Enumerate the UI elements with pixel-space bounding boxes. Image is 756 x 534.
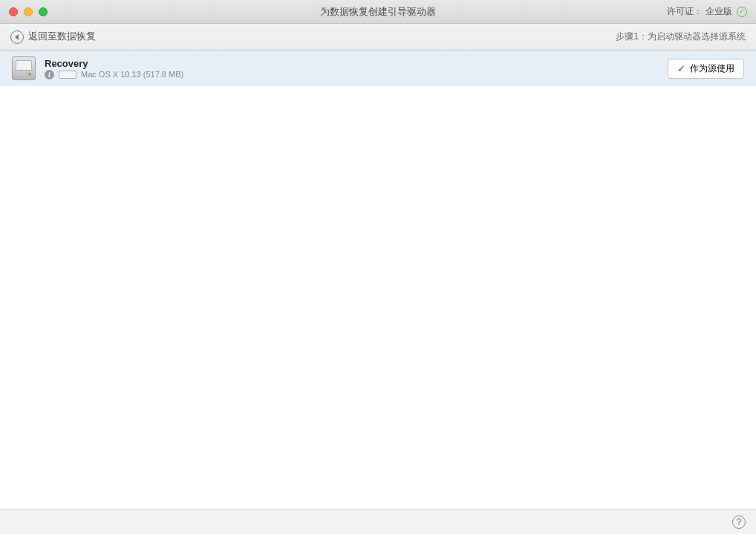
- step-indicator: 步骤1：为启动驱动器选择源系统: [616, 30, 746, 43]
- usage-gauge-icon: [59, 71, 76, 79]
- back-button-label: 返回至数据恢复: [28, 30, 96, 43]
- license-indicator: 许可证： 企业版 ✓: [667, 5, 747, 18]
- help-button[interactable]: ?: [732, 515, 746, 529]
- title-bar: 为数据恢复创建引导驱动器 许可证： 企业版 ✓: [0, 0, 756, 24]
- window-maximize-button[interactable]: [39, 7, 48, 16]
- window-title: 为数据恢复创建引导驱动器: [320, 5, 436, 19]
- source-row-body: Recovery i Mac OS X 10.13 (517.8 MB): [45, 58, 659, 79]
- source-list: Recovery i Mac OS X 10.13 (517.8 MB) ✓ 作…: [0, 51, 756, 509]
- source-meta: Mac OS X 10.13 (517.8 MB): [81, 70, 183, 79]
- use-as-source-label: 作为源使用: [690, 62, 734, 75]
- drive-icon: [12, 56, 36, 80]
- footer-bar: ?: [0, 509, 756, 534]
- window-close-button[interactable]: [9, 7, 18, 16]
- license-label: 许可证：: [667, 5, 703, 18]
- window-minimize-button[interactable]: [24, 7, 33, 16]
- source-name: Recovery: [45, 58, 659, 69]
- traffic-lights: [9, 7, 48, 16]
- license-check-icon: ✓: [737, 7, 747, 17]
- use-as-source-button[interactable]: ✓ 作为源使用: [668, 59, 744, 79]
- back-button[interactable]: 返回至数据恢复: [10, 30, 96, 44]
- info-icon[interactable]: i: [45, 70, 54, 79]
- back-arrow-icon: [10, 30, 24, 44]
- toolbar: 返回至数据恢复 步骤1：为启动驱动器选择源系统: [0, 24, 756, 51]
- source-row[interactable]: Recovery i Mac OS X 10.13 (517.8 MB) ✓ 作…: [0, 51, 756, 86]
- source-meta-line: i Mac OS X 10.13 (517.8 MB): [45, 70, 659, 79]
- license-value: 企业版: [706, 5, 732, 18]
- check-icon: ✓: [677, 63, 685, 74]
